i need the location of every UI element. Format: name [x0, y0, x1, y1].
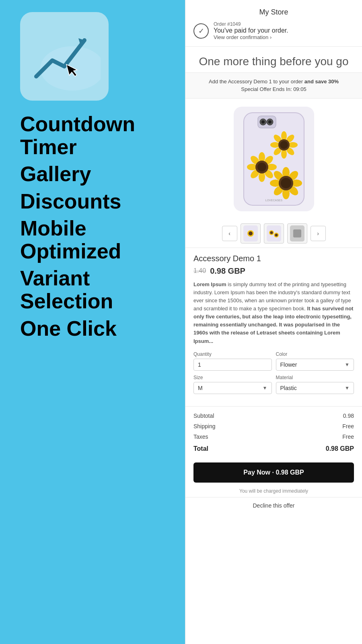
- store-name: My Store: [193, 8, 354, 17]
- offer-bold-text: and save 30%: [304, 78, 339, 85]
- feature-mobile: Mobile Optimized: [20, 217, 173, 263]
- price-row: 1.40 0.98 GBP: [193, 266, 354, 276]
- feature-list: Countdown Timer Gallery Discounts Mobile…: [20, 113, 173, 340]
- variant-grid: Quantity 1 Color Flower ▼ Size M ▼ Mater…: [193, 351, 354, 394]
- subtotal-label: Subtotal: [193, 413, 214, 419]
- app-icon: [20, 12, 109, 101]
- offer-bar: Add the Accessory Demo 1 to your order a…: [185, 73, 362, 99]
- left-panel: Countdown Timer Gallery Discounts Mobile…: [0, 0, 185, 644]
- order-summary: Subtotal 0.98 Shipping Free Taxes Free T…: [185, 406, 362, 458]
- upsell-header: One more thing before you go: [185, 47, 362, 73]
- feature-countdown: Countdown Timer: [20, 113, 173, 159]
- taxes-label: Taxes: [193, 433, 208, 440]
- charge-note: You will be charged immediately: [185, 487, 362, 497]
- thumbnail-3[interactable]: [287, 223, 307, 244]
- pay-now-button[interactable]: Pay Now · 0.98 GBP: [193, 462, 354, 483]
- size-arrow-icon: ▼: [263, 385, 267, 391]
- price-original: 1.40: [193, 267, 206, 275]
- product-details: Accessory Demo 1 1.40 0.98 GBP Lorem Ips…: [185, 248, 362, 406]
- product-name: Accessory Demo 1: [193, 254, 354, 263]
- product-image-container: LOVECASES: [185, 99, 362, 219]
- svg-rect-43: [267, 225, 281, 242]
- color-label: Color: [276, 351, 354, 357]
- feature-gallery: Gallery: [20, 163, 173, 186]
- color-value: Flower: [280, 361, 297, 368]
- upsell-title: One more thing before you go: [193, 55, 354, 68]
- taxes-row: Taxes Free: [193, 431, 354, 442]
- feature-variant: Variant Selection: [20, 267, 173, 313]
- feature-discounts: Discounts: [20, 190, 173, 213]
- material-arrow-icon: ▼: [345, 385, 350, 391]
- next-thumbnail-button[interactable]: ›: [311, 226, 326, 241]
- quantity-input[interactable]: 1: [193, 359, 272, 371]
- svg-point-47: [275, 233, 278, 236]
- total-value: 0.98 GBP: [326, 445, 354, 452]
- total-row: Total 0.98 GBP: [193, 442, 354, 454]
- view-confirmation-link[interactable]: View order confirmation ›: [214, 34, 288, 40]
- svg-rect-49: [293, 229, 301, 237]
- offer-text-start: Add the Accessory Demo 1 to your order: [209, 78, 304, 85]
- store-header: My Store ✓ Order #1049 You've paid for y…: [185, 0, 362, 47]
- thumbnails-row: ‹ ›: [185, 219, 362, 248]
- material-select[interactable]: Plastic ▼: [276, 382, 354, 394]
- svg-point-8: [268, 120, 272, 124]
- svg-point-28: [257, 163, 266, 171]
- subtotal-value: 0.98: [343, 413, 354, 419]
- material-label: Material: [276, 375, 354, 380]
- total-label: Total: [193, 445, 208, 452]
- size-select[interactable]: M ▼: [193, 382, 272, 394]
- size-group: Size M ▼: [193, 375, 272, 394]
- shipping-value: Free: [342, 423, 354, 429]
- product-description: Lorem Ipsum is simply dummy text of the …: [193, 281, 354, 345]
- svg-point-45: [270, 231, 273, 234]
- feature-oneclick: One Click: [20, 317, 173, 340]
- taxes-value: Free: [342, 433, 354, 440]
- color-group: Color Flower ▼: [276, 351, 354, 371]
- order-info: ✓ Order #1049 You've paid for your order…: [193, 21, 354, 40]
- color-select[interactable]: Flower ▼: [276, 359, 354, 371]
- price-sale: 0.98 GBP: [210, 266, 245, 276]
- order-paid: You've paid for your order.: [214, 27, 288, 34]
- svg-point-38: [281, 178, 291, 188]
- thumbnail-2[interactable]: [264, 223, 284, 244]
- size-value: M: [198, 385, 203, 391]
- product-image: LOVECASES: [234, 107, 314, 211]
- shipping-row: Shipping Free: [193, 421, 354, 431]
- order-number: Order #1049: [214, 21, 288, 27]
- quantity-group: Quantity 1: [193, 351, 272, 371]
- shipping-label: Shipping: [193, 423, 216, 429]
- decline-offer-link[interactable]: Decline this offer: [185, 497, 362, 517]
- quantity-label: Quantity: [193, 351, 272, 357]
- material-value: Plastic: [280, 385, 297, 391]
- subtotal-row: Subtotal 0.98: [193, 411, 354, 421]
- svg-point-18: [280, 141, 288, 149]
- svg-point-7: [261, 120, 265, 124]
- check-circle-icon: ✓: [193, 23, 209, 39]
- checkmark: ✓: [198, 27, 204, 35]
- svg-point-42: [249, 231, 253, 235]
- prev-thumbnail-button[interactable]: ‹: [222, 226, 237, 241]
- right-panel: My Store ✓ Order #1049 You've paid for y…: [185, 0, 362, 644]
- thumbnail-1[interactable]: [241, 223, 261, 244]
- material-group: Material Plastic ▼: [276, 375, 354, 394]
- color-arrow-icon: ▼: [345, 362, 350, 367]
- offer-timer: Special Offer Ends In: 09:05: [241, 86, 306, 92]
- svg-text:LOVECASES: LOVECASES: [265, 199, 282, 202]
- order-text: Order #1049 You've paid for your order. …: [214, 21, 288, 40]
- size-label: Size: [193, 375, 272, 380]
